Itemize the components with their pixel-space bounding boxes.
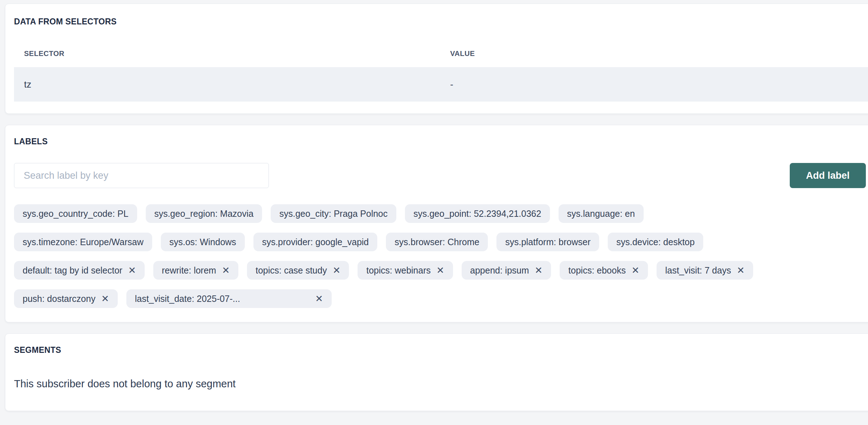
label-chip: sys.browser: Chrome xyxy=(386,233,488,251)
remove-label-icon[interactable]: ✕ xyxy=(631,266,639,275)
label-chip: sys.platform: browser xyxy=(496,233,599,251)
label-chip-text: last_visit_date: 2025-07-... xyxy=(135,294,240,304)
column-header-selector: SELECTOR xyxy=(14,50,440,58)
label-chip-text: topics: ebooks xyxy=(568,265,626,276)
remove-label-icon[interactable]: ✕ xyxy=(128,266,136,275)
label-chip: rewrite: lorem✕ xyxy=(153,261,238,280)
label-chip-text: sys.geo_city: Praga Polnoc xyxy=(279,209,388,219)
label-chip-text: last_visit: 7 days xyxy=(665,265,731,276)
label-chip-row: push: dostarczony✕last_visit_date: 2025-… xyxy=(14,289,866,308)
remove-label-icon[interactable]: ✕ xyxy=(101,294,109,303)
selector-cell: tz xyxy=(14,79,440,90)
remove-label-icon[interactable]: ✕ xyxy=(437,266,444,275)
segments-empty-message: This subscriber does not belong to any s… xyxy=(14,378,866,390)
label-chip-text: sys.provider: google_vapid xyxy=(262,237,369,247)
label-chip: topics: webinars✕ xyxy=(358,261,453,280)
labels-toolbar: Add label xyxy=(14,163,866,188)
label-chip-text: append: ipsum xyxy=(470,265,529,276)
label-chip-row: sys.timezone: Europe/Warsawsys.os: Windo… xyxy=(14,233,866,251)
remove-label-icon[interactable]: ✕ xyxy=(737,266,745,275)
selectors-table-header: SELECTOR VALUE xyxy=(14,50,868,58)
remove-label-icon[interactable]: ✕ xyxy=(315,294,323,303)
label-chip-row: sys.geo_country_code: PLsys.geo_region: … xyxy=(14,204,866,223)
label-chip: append: ipsum✕ xyxy=(462,261,551,280)
label-chip-text: push: dostarczony xyxy=(23,294,95,304)
label-chip: sys.geo_region: Mazovia xyxy=(146,204,262,223)
label-chip: sys.device: desktop xyxy=(608,233,703,251)
value-cell: - xyxy=(440,79,868,90)
labels-card: LABELS Add label sys.geo_country_code: P… xyxy=(5,125,868,322)
label-chip-text: topics: case study xyxy=(256,265,327,276)
remove-label-icon[interactable]: ✕ xyxy=(333,266,341,275)
data-from-selectors-card: DATA FROM SELECTORS SELECTOR VALUE tz - xyxy=(5,4,868,114)
label-chip-text: rewrite: lorem xyxy=(162,265,216,276)
label-chip: topics: case study✕ xyxy=(247,261,349,280)
label-chip: last_visit_date: 2025-07-...✕ xyxy=(126,289,332,308)
label-chip: push: dostarczony✕ xyxy=(14,289,118,308)
add-label-button[interactable]: Add label xyxy=(790,163,866,188)
label-chip-text: sys.platform: browser xyxy=(505,237,591,247)
data-from-selectors-title: DATA FROM SELECTORS xyxy=(14,17,868,27)
label-chip-text: topics: webinars xyxy=(366,265,430,276)
label-chip-text: sys.device: desktop xyxy=(616,237,695,247)
label-chip: sys.timezone: Europe/Warsaw xyxy=(14,233,152,251)
label-chip: sys.language: en xyxy=(559,204,644,223)
label-chip-text: sys.geo_country_code: PL xyxy=(23,209,129,219)
labels-chip-list: sys.geo_country_code: PLsys.geo_region: … xyxy=(14,204,866,308)
segments-title: SEGMENTS xyxy=(14,345,866,355)
label-chip-text: sys.browser: Chrome xyxy=(395,237,479,247)
label-chip: sys.geo_point: 52.2394,21.0362 xyxy=(405,204,550,223)
label-chip-text: sys.timezone: Europe/Warsaw xyxy=(23,237,144,247)
label-chip-text: default: tag by id selector xyxy=(23,265,122,276)
remove-label-icon[interactable]: ✕ xyxy=(222,266,230,275)
label-chip-text: sys.geo_point: 52.2394,21.0362 xyxy=(414,209,541,219)
label-chip-text: sys.language: en xyxy=(567,209,635,219)
remove-label-icon[interactable]: ✕ xyxy=(535,266,543,275)
selectors-table: SELECTOR VALUE tz - xyxy=(14,50,868,102)
label-chip: sys.provider: google_vapid xyxy=(253,233,377,251)
label-search-input[interactable] xyxy=(14,163,269,188)
label-chip: sys.os: Windows xyxy=(161,233,245,251)
segments-card: SEGMENTS This subscriber does not belong… xyxy=(5,333,868,411)
label-chip: default: tag by id selector✕ xyxy=(14,261,145,280)
label-chip-text: sys.os: Windows xyxy=(169,237,236,247)
label-chip: topics: ebooks✕ xyxy=(560,261,648,280)
table-row: tz - xyxy=(14,67,868,102)
label-chip-text: sys.geo_region: Mazovia xyxy=(154,209,254,219)
label-chip: sys.geo_country_code: PL xyxy=(14,204,137,223)
label-chip-row: default: tag by id selector✕rewrite: lor… xyxy=(14,261,866,280)
column-header-value: VALUE xyxy=(440,50,868,58)
label-chip: sys.geo_city: Praga Polnoc xyxy=(271,204,396,223)
labels-title: LABELS xyxy=(14,137,866,146)
label-chip: last_visit: 7 days✕ xyxy=(657,261,753,280)
